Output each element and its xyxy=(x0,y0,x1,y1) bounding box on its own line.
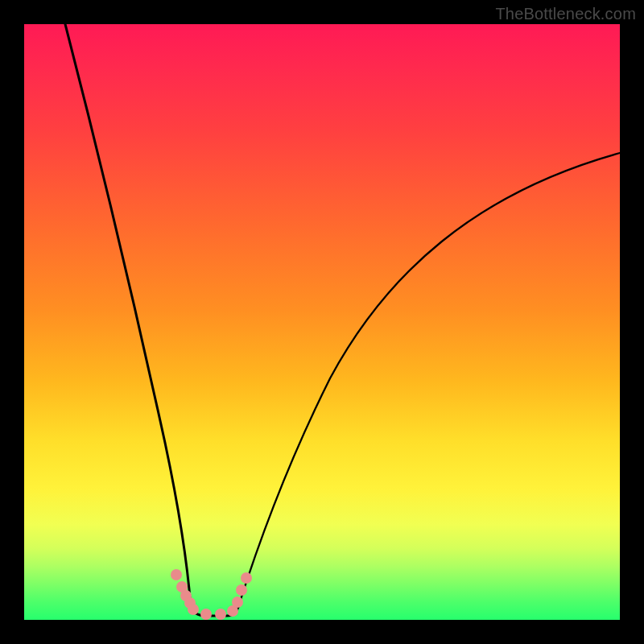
marker-dot xyxy=(236,584,247,596)
attribution-label: TheBottleneck.com xyxy=(495,5,636,23)
marker-dot xyxy=(171,569,182,580)
marker-group xyxy=(171,569,252,620)
marker-dot xyxy=(241,572,252,584)
curve-left-branch xyxy=(65,24,191,607)
chart-svg xyxy=(24,24,620,620)
curve-right-branch xyxy=(238,153,620,607)
marker-dot xyxy=(232,597,243,608)
marker-dot xyxy=(188,604,199,615)
marker-dot xyxy=(200,609,212,620)
chart-stage: TheBottleneck.com xyxy=(0,0,644,644)
marker-dot xyxy=(215,609,226,620)
